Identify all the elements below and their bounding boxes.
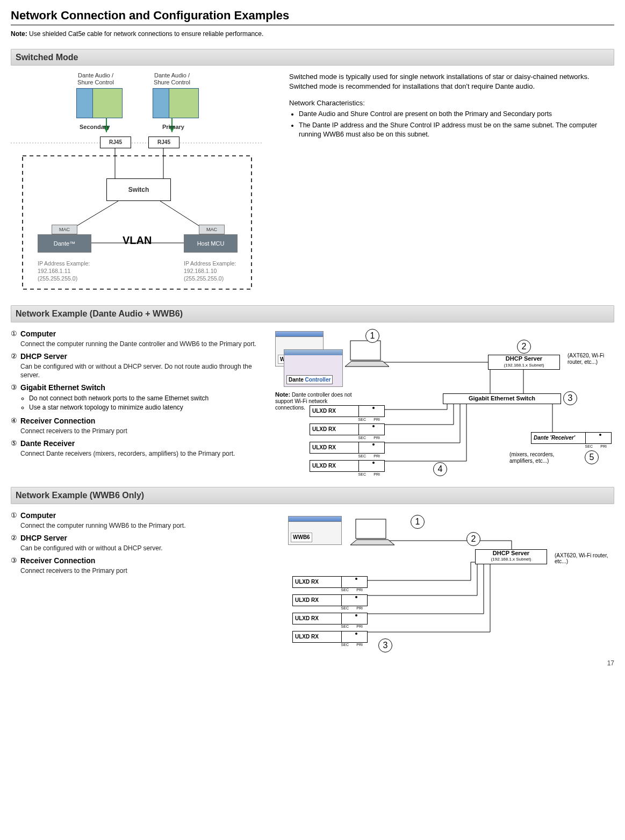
page-title: Network Connection and Configuration Exa… [11, 8, 614, 25]
ex1-item-3: ③ Gigabit Ethernet Switch Do not connect… [11, 383, 258, 412]
label-secondary: Secondary [80, 124, 110, 131]
characteristics-list: Dante Audio and Shure Control are presen… [289, 110, 614, 139]
rx-1: ULXD RX SECPRI [310, 405, 385, 417]
dhcp-box: DHCP Server (192.168.1.x Subnet) [488, 355, 560, 370]
switched-mode-text: Switched mode is typically used for sing… [289, 72, 614, 141]
box-primary-green [169, 88, 199, 118]
ex1-diagram: WWB6 Dante Controller Note: Dante contro… [273, 329, 617, 479]
circled-3-icon: ③ [11, 556, 17, 565]
ex1-item-4: ④ Receiver Connection Connect receivers … [11, 416, 258, 435]
circled-4-icon: ④ [11, 416, 17, 426]
laptop-icon [343, 340, 391, 372]
circled-1-icon: ① [11, 511, 17, 520]
mac-right: MAC [199, 225, 225, 234]
rx-1: ULXD RX SECPRI [292, 576, 368, 588]
chip-host-mcu: Host MCU [184, 234, 238, 253]
gig-switch-box: Gigabit Ethernet Switch [443, 393, 561, 404]
dhcp-box: DHCP Server (192.168.1.x Subnet) [475, 549, 547, 564]
svg-marker-36 [350, 540, 394, 545]
note-text: Use shielded Cat5e cable for network con… [27, 30, 264, 38]
callout-3-icon: 3 [563, 391, 577, 405]
callout-2-icon: 2 [517, 340, 531, 354]
rx-4: ULXD RX SECPRI [292, 631, 368, 643]
dhcp-note: (AXT620, Wi-Fi router, etc...) [567, 353, 617, 365]
global-note: Note: Use shielded Cat5e cable for netwo… [11, 30, 614, 38]
laptop-icon [348, 518, 397, 550]
ex2-diagram: WWB6 DHCP Server (192.168.1.x Subnet) (A… [273, 511, 617, 650]
label-dante-shure-2: Dante Audio /Shure Control [146, 72, 198, 85]
rx-3: ULXD RX SECPRI [310, 442, 385, 454]
chip-dante: Dante™ [38, 234, 91, 253]
port-rj45-secondary: RJ45 [100, 137, 131, 148]
circled-2-icon: ② [11, 533, 17, 543]
ex1-item-5: ⑤ Dante Receiver Connect Dante receivers… [11, 439, 258, 458]
label-vlan: VLAN [123, 233, 152, 248]
ex2-callout-list: ① Computer Connect the computer running … [11, 511, 258, 575]
callout-2-icon: 2 [466, 532, 480, 546]
characteristics-title: Network Characteristics: [289, 98, 614, 108]
port-rj45-primary: RJ45 [148, 137, 179, 148]
dante-controller-window: Dante Controller [284, 349, 343, 387]
callout-4-icon: 4 [433, 462, 447, 476]
label-primary: Primary [162, 124, 184, 131]
ex2-item-1: ① Computer Connect the computer running … [11, 511, 258, 530]
callout-1-icon: 1 [365, 329, 379, 343]
dante-receiver-box: Dante 'Receiver' SECPRI [531, 432, 612, 444]
callout-1-icon: 1 [411, 515, 425, 529]
char-bullet-1: Dante Audio and Shure Control are presen… [299, 110, 614, 119]
ip-example-right: IP Address Example: 192.168.1.10 (255.25… [184, 260, 236, 282]
rx-2: ULXD RX SECPRI [310, 423, 385, 435]
section-switched-mode: Switched Mode [11, 49, 614, 66]
switch-box: Switch [106, 178, 171, 201]
rx-4: ULXD RX SECPRI [310, 460, 385, 472]
wwb6-window: WWB6 [288, 516, 342, 545]
ex1-item-2: ② DHCP Server Can be configured with or … [11, 351, 258, 379]
callout-3-icon: 3 [378, 638, 392, 652]
note-label: Note: [11, 30, 27, 38]
callout-5-icon: 5 [585, 450, 599, 464]
dante-receiver-note: (mixers, recorders, amplifiers, etc...) [509, 451, 574, 464]
switched-paragraph: Switched mode is typically used for sing… [289, 72, 614, 91]
circled-5-icon: ⑤ [11, 439, 17, 448]
mac-left: MAC [52, 225, 77, 234]
ip-example-left: IP Address Example: 192.168.1.11 (255.25… [38, 260, 90, 282]
section-example-wwb6-only: Network Example (WWB6 Only) [11, 487, 614, 504]
svg-marker-23 [345, 361, 389, 367]
dhcp-note: (AXT620, Wi-Fi router, etc...) [555, 552, 617, 565]
ex2-item-3: ③ Receiver Connection Connect receivers … [11, 556, 258, 575]
ex1-callout-list: ① Computer Connect the computer running … [11, 329, 258, 458]
circled-1-icon: ① [11, 329, 17, 339]
box-secondary-green [92, 88, 123, 118]
page-number: 17 [11, 659, 614, 667]
svg-rect-22 [350, 341, 380, 360]
char-bullet-2: The Dante IP address and the Shure Contr… [299, 121, 614, 139]
ex2-item-2: ② DHCP Server Can be configured with or … [11, 533, 258, 552]
label-dante-shure-1: Dante Audio /Shure Control [70, 72, 121, 85]
circled-3-icon: ③ [11, 383, 17, 392]
section-example-dante-wwb6: Network Example (Dante Audio + WWB6) [11, 305, 614, 322]
circled-2-icon: ② [11, 351, 17, 361]
svg-rect-35 [356, 519, 386, 539]
switched-mode-diagram: Dante Audio /Shure Control Dante Audio /… [11, 72, 263, 298]
rx-3: ULXD RX SECPRI [292, 613, 368, 624]
ex1-item-1: ① Computer Connect the computer running … [11, 329, 258, 348]
rx-2: ULXD RX SECPRI [292, 594, 368, 606]
